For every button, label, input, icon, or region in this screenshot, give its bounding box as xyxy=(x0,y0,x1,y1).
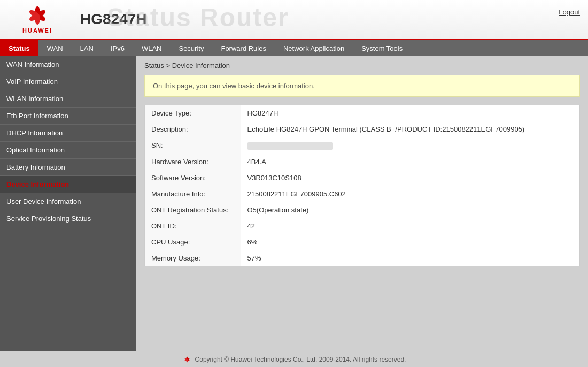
footer-text: Copyright © Huawei Technologies Co., Ltd… xyxy=(195,356,406,363)
info-box: On this page, you can view basic device … xyxy=(144,75,580,97)
logout-button[interactable]: Logout xyxy=(559,8,580,16)
row-label: Manufacture Info: xyxy=(145,186,241,202)
row-value: 6% xyxy=(241,234,580,250)
table-row: Software Version:V3R013C10S108 xyxy=(145,170,580,186)
sidebar-item-voip-information[interactable]: VoIP Information xyxy=(0,73,136,90)
row-value: V3R013C10S108 xyxy=(241,170,580,186)
row-value xyxy=(241,137,580,154)
row-label: Software Version: xyxy=(145,170,241,186)
table-row: Manufacture Info:2150082211EGF7009905.C6… xyxy=(145,186,580,202)
breadcrumb: Status > Device Information xyxy=(144,62,580,70)
logo-area: HUAWEI xyxy=(5,0,69,40)
row-label: ONT Registration Status: xyxy=(145,202,241,218)
row-value: O5(Operation state) xyxy=(241,202,580,218)
model-title: HG8247H xyxy=(80,11,147,28)
row-label: Memory Usage: xyxy=(145,250,241,266)
navbar: Status WAN LAN IPv6 WLAN Security Forwar… xyxy=(0,40,588,56)
sidebar-item-optical-information[interactable]: Optical Information xyxy=(0,142,136,159)
sidebar-item-dhcp-information[interactable]: DHCP Information xyxy=(0,125,136,142)
row-label: CPU Usage: xyxy=(145,234,241,250)
sn-redacted xyxy=(247,142,333,150)
sidebar-item-service-provisioning-status[interactable]: Service Provisioning Status xyxy=(0,210,136,227)
row-label: Device Type: xyxy=(145,105,241,121)
table-row: Device Type:HG8247H xyxy=(145,105,580,121)
device-info-table: Device Type:HG8247HDescription:EchoLife … xyxy=(144,105,580,266)
row-value: HG8247H xyxy=(241,105,580,121)
sidebar-item-device-information[interactable]: Device Information xyxy=(0,176,136,193)
sidebar-item-user-device-information[interactable]: User Device Information xyxy=(0,193,136,210)
sidebar-item-wlan-information[interactable]: WLAN Information xyxy=(0,90,136,108)
table-row: ONT Registration Status:O5(Operation sta… xyxy=(145,202,580,218)
table-row: ONT ID:42 xyxy=(145,218,580,234)
nav-forward-rules[interactable]: Forward Rules xyxy=(212,40,275,56)
row-label: Hardware Version: xyxy=(145,154,241,170)
footer: Copyright © Huawei Technologies Co., Ltd… xyxy=(0,351,588,367)
table-row: Description:EchoLife HG8247H GPON Termin… xyxy=(145,121,580,137)
huawei-logo xyxy=(21,5,53,26)
info-message: On this page, you can view basic device … xyxy=(153,82,315,90)
table-row: CPU Usage:6% xyxy=(145,234,580,250)
brand-name: HUAWEI xyxy=(22,27,52,34)
table-row: Memory Usage:57% xyxy=(145,250,580,266)
sidebar: WAN Information VoIP Information WLAN In… xyxy=(0,56,136,351)
row-value: 42 xyxy=(241,218,580,234)
row-label: ONT ID: xyxy=(145,218,241,234)
nav-system-tools[interactable]: System Tools xyxy=(353,40,411,56)
row-value: EchoLife HG8247H GPON Terminal (CLASS B+… xyxy=(241,121,580,137)
nav-ipv6[interactable]: IPv6 xyxy=(102,40,133,56)
row-value: 57% xyxy=(241,250,580,266)
sidebar-item-wan-information[interactable]: WAN Information xyxy=(0,56,136,73)
footer-huawei-logo xyxy=(182,356,192,363)
table-row: SN: xyxy=(145,137,580,154)
row-value: 2150082211EGF7009905.C602 xyxy=(241,186,580,202)
sidebar-item-battery-information[interactable]: Battery Information xyxy=(0,159,136,176)
nav-lan[interactable]: LAN xyxy=(72,40,102,56)
nav-security[interactable]: Security xyxy=(170,40,212,56)
sidebar-item-eth-port-information[interactable]: Eth Port Information xyxy=(0,108,136,125)
row-label: SN: xyxy=(145,137,241,154)
main-content: Status > Device Information On this page… xyxy=(136,56,588,351)
table-row: Hardware Version:4B4.A xyxy=(145,154,580,170)
nav-wlan[interactable]: WLAN xyxy=(133,40,171,56)
header: HUAWEI HG8247H Status Router Logout xyxy=(0,0,588,40)
row-label: Description: xyxy=(145,121,241,137)
nav-network-application[interactable]: Network Application xyxy=(275,40,353,56)
row-value: 4B4.A xyxy=(241,154,580,170)
content-area: WAN Information VoIP Information WLAN In… xyxy=(0,56,588,351)
nav-status[interactable]: Status xyxy=(0,40,38,56)
nav-wan[interactable]: WAN xyxy=(38,40,72,56)
